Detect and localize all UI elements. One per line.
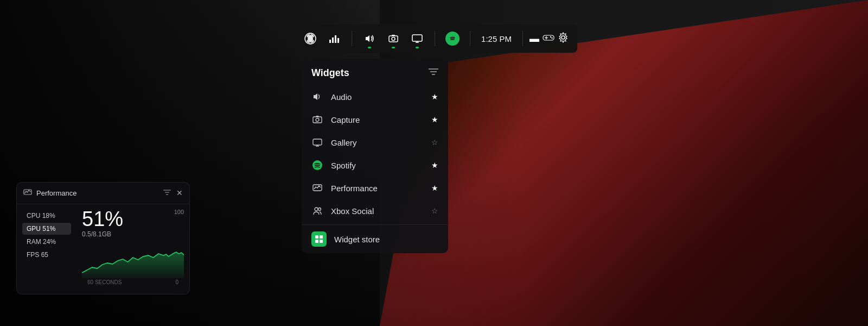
svg-point-31 <box>318 208 321 211</box>
perf-seconds-label: 60 SECONDS <box>87 279 122 285</box>
xbox-logo-button[interactable] <box>299 28 321 49</box>
display-tab-button[interactable] <box>406 28 428 49</box>
perf-max-label: 100 <box>174 209 184 215</box>
divider-4 <box>522 31 523 46</box>
spotify-star[interactable]: ★ <box>431 161 438 170</box>
svg-rect-25 <box>313 139 322 145</box>
cpu-stat[interactable]: CPU 18% <box>22 210 71 222</box>
svg-rect-32 <box>315 235 318 239</box>
controller-icon <box>542 33 554 44</box>
main-content: 1:25 PM ▬ <box>0 0 868 326</box>
capture-star[interactable]: ★ <box>431 115 438 124</box>
svg-rect-35 <box>320 240 323 243</box>
xbox-social-star[interactable]: ☆ <box>431 206 438 215</box>
performance-widget-icon <box>311 182 323 194</box>
gallery-label: Gallery <box>331 138 424 147</box>
widget-item-xbox-social[interactable]: Xbox Social ☆ <box>302 199 448 222</box>
svg-point-7 <box>392 37 395 41</box>
svg-point-16 <box>550 36 551 37</box>
capture-tab-button[interactable] <box>382 28 404 49</box>
widgets-title: Widgets <box>311 67 349 79</box>
widgets-header: Widgets <box>302 59 448 85</box>
perf-close-icon[interactable]: ✕ <box>176 189 183 198</box>
perf-footer: 60 SECONDS 0 <box>82 278 184 290</box>
widget-store-icon <box>311 231 327 247</box>
widget-item-performance[interactable]: Performance ★ <box>302 177 448 199</box>
audio-star[interactable]: ★ <box>431 92 438 101</box>
audio-icon <box>311 91 323 103</box>
svg-rect-22 <box>313 117 322 123</box>
battery-icon: ▬ <box>529 33 539 45</box>
perf-chart <box>82 240 184 278</box>
xbox-social-icon <box>311 205 323 217</box>
widget-item-spotify[interactable]: Spotify ★ <box>302 154 448 177</box>
widget-store-label: Widget store <box>334 235 380 244</box>
perf-main-value: 51% <box>82 209 184 229</box>
perf-body: CPU 18% GPU 51% RAM 24% FPS 65 100 51% 0… <box>17 204 189 294</box>
svg-rect-3 <box>332 37 334 43</box>
audio-label: Audio <box>331 92 424 102</box>
perf-stats-list: CPU 18% GPU 51% RAM 24% FPS 65 <box>17 204 76 294</box>
filter-icon[interactable] <box>429 68 438 79</box>
time-display: 1:25 PM <box>481 34 512 43</box>
perf-header-controls: ✕ <box>163 189 183 198</box>
xbox-social-label: Xbox Social <box>331 206 424 216</box>
svg-rect-24 <box>316 116 319 117</box>
divider-3 <box>470 31 470 46</box>
status-icons: ▬ <box>529 32 569 46</box>
performance-tab-button[interactable] <box>323 28 345 49</box>
perf-chart-area: 100 51% 0.5/8.1GB <box>76 204 189 294</box>
gpu-stat[interactable]: GPU 51% <box>22 223 71 235</box>
widget-item-gallery[interactable]: Gallery ☆ <box>302 131 448 154</box>
widgets-panel: Widgets Audio ★ <box>302 59 448 253</box>
ram-stat[interactable]: RAM 24% <box>22 236 71 248</box>
svg-point-17 <box>551 37 552 39</box>
spotify-widget-icon <box>311 159 323 171</box>
svg-rect-8 <box>392 35 395 36</box>
svg-rect-9 <box>412 35 422 41</box>
widget-store-item[interactable]: Widget store <box>302 224 448 253</box>
gallery-icon <box>311 136 323 148</box>
svg-rect-33 <box>320 235 323 239</box>
spotify-tab-button[interactable] <box>442 28 463 49</box>
divider-2 <box>435 31 435 46</box>
performance-widget: Performance ✕ CPU 18% GPU 51% RAM 24% <box>16 182 190 294</box>
widget-item-audio[interactable]: Audio ★ <box>302 85 448 108</box>
capture-label: Capture <box>331 115 424 124</box>
capture-icon <box>311 114 323 126</box>
svg-point-30 <box>315 208 318 211</box>
performance-label: Performance <box>331 184 424 193</box>
perf-zero-label: 0 <box>175 279 178 285</box>
svg-point-1 <box>308 35 313 42</box>
svg-rect-6 <box>389 36 398 42</box>
perf-header-icon <box>23 188 32 198</box>
top-bar: 1:25 PM ▬ <box>291 24 577 53</box>
fps-stat[interactable]: FPS 65 <box>22 249 71 261</box>
svg-point-18 <box>561 36 565 39</box>
perf-settings-icon[interactable] <box>163 189 171 198</box>
spotify-icon <box>445 32 459 46</box>
svg-rect-2 <box>329 40 331 43</box>
perf-widget-title: Performance <box>36 189 159 197</box>
volume-tab-button[interactable] <box>359 28 380 49</box>
perf-widget-header: Performance ✕ <box>17 183 189 204</box>
gallery-star[interactable]: ☆ <box>431 138 438 147</box>
svg-rect-5 <box>337 38 339 43</box>
svg-rect-4 <box>335 35 336 43</box>
settings-icon[interactable] <box>558 32 569 46</box>
divider-1 <box>352 31 352 46</box>
svg-point-23 <box>316 118 319 122</box>
performance-star[interactable]: ★ <box>431 184 438 192</box>
svg-rect-34 <box>315 240 318 243</box>
widget-item-capture[interactable]: Capture ★ <box>302 108 448 131</box>
spotify-label: Spotify <box>331 161 424 170</box>
perf-sub-value: 0.5/8.1GB <box>82 230 184 238</box>
